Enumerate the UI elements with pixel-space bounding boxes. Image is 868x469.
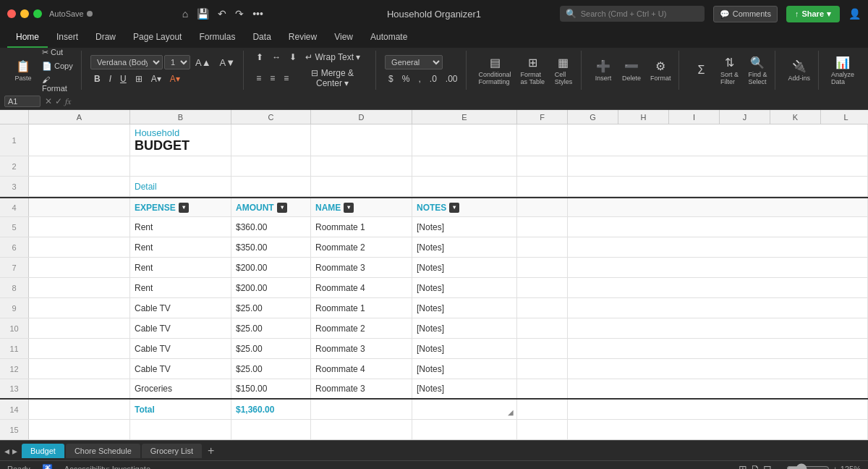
- filter-expense-icon[interactable]: ▾: [179, 203, 189, 213]
- col-header-g[interactable]: G: [568, 110, 618, 124]
- formula-input[interactable]: [75, 96, 864, 106]
- cell-f6[interactable]: [517, 237, 568, 257]
- merge-center-button[interactable]: ⊟ Merge & Center ▾: [294, 67, 371, 90]
- delete-button[interactable]: ➖ Delete: [618, 58, 644, 83]
- cell-b14-total[interactable]: Total: [130, 400, 231, 419]
- cell-a3[interactable]: [29, 177, 130, 196]
- page-layout-view-button[interactable]: 🗋: [750, 463, 760, 470]
- resize-handle[interactable]: ◢: [508, 408, 514, 416]
- cell-d3[interactable]: [311, 177, 412, 196]
- cell-expense-12[interactable]: Cable TV: [130, 359, 231, 379]
- cell-a2[interactable]: [29, 156, 130, 176]
- cell-rest-8[interactable]: [568, 278, 868, 297]
- tab-page-layout[interactable]: Page Layout: [124, 28, 190, 48]
- cell-f3[interactable]: [517, 177, 568, 196]
- normal-view-button[interactable]: ⊞: [739, 463, 747, 470]
- sheets-next-icon[interactable]: ▸: [12, 445, 17, 457]
- col-header-l[interactable]: L: [821, 110, 868, 124]
- more-icon[interactable]: •••: [250, 7, 266, 21]
- cell-e1[interactable]: [412, 124, 517, 156]
- profile-icon[interactable]: 👤: [848, 8, 861, 20]
- cell-b2[interactable]: [130, 156, 231, 176]
- cell-notes-12[interactable]: [Notes]: [412, 359, 517, 379]
- sheets-prev-icon[interactable]: ◂: [4, 445, 9, 457]
- format-as-table-button[interactable]: ⊞ Formatas Table: [517, 54, 548, 87]
- addins-button[interactable]: 🔌 Add-ins: [784, 58, 814, 83]
- header-expense[interactable]: EXPENSE ▾: [130, 198, 231, 216]
- cell-name-8[interactable]: Roommate 4: [311, 278, 412, 297]
- cell-name-10[interactable]: Roommate 2: [311, 318, 412, 338]
- cell-expense-11[interactable]: Cable TV: [130, 339, 231, 358]
- cell-c15[interactable]: [231, 420, 311, 439]
- cell-expense-8[interactable]: Rent: [130, 278, 231, 297]
- cell-amount-13[interactable]: $150.00: [231, 379, 311, 398]
- cell-rest-6[interactable]: [568, 237, 868, 257]
- tab-view[interactable]: View: [326, 28, 362, 48]
- cell-a11[interactable]: [29, 339, 130, 358]
- cell-rest-5[interactable]: [568, 217, 868, 237]
- cell-a10[interactable]: [29, 318, 130, 338]
- cell-d14[interactable]: [311, 400, 412, 419]
- tab-review[interactable]: Review: [280, 28, 326, 48]
- find-select-button[interactable]: 🔍 Find &Select: [744, 54, 770, 87]
- cell-name-9[interactable]: Roommate 1: [311, 298, 412, 318]
- cell-c1[interactable]: [231, 124, 311, 156]
- cell-rest-11[interactable]: [568, 339, 868, 358]
- border-button[interactable]: ⊞: [132, 72, 146, 85]
- cell-rest-2[interactable]: [568, 156, 868, 176]
- cell-e15[interactable]: [412, 420, 517, 439]
- cell-f8[interactable]: [517, 278, 568, 297]
- filter-notes-icon[interactable]: ▾: [449, 203, 459, 213]
- col-header-e[interactable]: E: [412, 110, 517, 124]
- tab-draw[interactable]: Draw: [87, 28, 124, 48]
- decrease-decimal-button[interactable]: .0: [426, 72, 441, 85]
- cell-rest-13[interactable]: [568, 379, 868, 398]
- tab-grocery-list[interactable]: Grocery List: [142, 444, 202, 458]
- home-icon[interactable]: ⌂: [179, 7, 191, 21]
- bold-button[interactable]: B: [90, 72, 104, 85]
- save-icon[interactable]: 💾: [194, 7, 212, 21]
- cell-rest-7[interactable]: [568, 258, 868, 277]
- cell-amount-7[interactable]: $200.00: [231, 258, 311, 277]
- insert-function-icon[interactable]: 𝑓𝑥: [65, 96, 71, 106]
- cell-f10[interactable]: [517, 318, 568, 338]
- cell-e14[interactable]: ◢: [412, 400, 517, 419]
- col-header-c[interactable]: C: [231, 110, 311, 124]
- cell-rest-10[interactable]: [568, 318, 868, 338]
- cell-amount-8[interactable]: $200.00: [231, 278, 311, 297]
- cell-notes-9[interactable]: [Notes]: [412, 298, 517, 318]
- tab-data[interactable]: Data: [244, 28, 279, 48]
- italic-button[interactable]: I: [106, 72, 115, 85]
- cut-button[interactable]: ✂ Cut: [38, 46, 77, 59]
- number-format-select[interactable]: General: [385, 55, 443, 69]
- comments-button[interactable]: 💬 Comments: [713, 6, 778, 22]
- col-header-a[interactable]: A: [29, 110, 130, 124]
- corner-cell[interactable]: [0, 110, 29, 124]
- align-center-button[interactable]: ≡: [266, 72, 278, 85]
- paste-button[interactable]: 📋 Paste: [10, 58, 36, 83]
- decrease-font-button[interactable]: A▼: [216, 56, 239, 69]
- copy-button[interactable]: 📄 Copy: [38, 60, 77, 72]
- col-header-d[interactable]: D: [311, 110, 412, 124]
- tab-insert[interactable]: Insert: [48, 28, 87, 48]
- page-break-view-button[interactable]: ⊟: [763, 463, 772, 470]
- cell-name-13[interactable]: Roommate 3: [311, 379, 412, 398]
- cell-b1[interactable]: Household BUDGET: [130, 124, 231, 156]
- percent-button[interactable]: %: [399, 72, 414, 85]
- cell-expense-10[interactable]: Cable TV: [130, 318, 231, 338]
- cell-a5[interactable]: [29, 217, 130, 237]
- tab-budget[interactable]: Budget: [22, 444, 64, 458]
- redo-icon[interactable]: ↷: [232, 7, 247, 21]
- cell-expense-13[interactable]: Groceries: [130, 379, 231, 398]
- tab-home[interactable]: Home: [7, 28, 48, 48]
- undo-icon[interactable]: ↶: [215, 7, 229, 21]
- format-button[interactable]: ⚙ Format: [647, 58, 675, 83]
- cell-c2[interactable]: [231, 156, 311, 176]
- zoom-in-button[interactable]: +: [833, 465, 837, 470]
- cell-name-12[interactable]: Roommate 4: [311, 359, 412, 379]
- cell-e3[interactable]: [412, 177, 517, 196]
- underline-button[interactable]: U: [116, 72, 130, 85]
- cell-notes-8[interactable]: [Notes]: [412, 278, 517, 297]
- cell-amount-9[interactable]: $25.00: [231, 298, 311, 318]
- cell-a13[interactable]: [29, 379, 130, 398]
